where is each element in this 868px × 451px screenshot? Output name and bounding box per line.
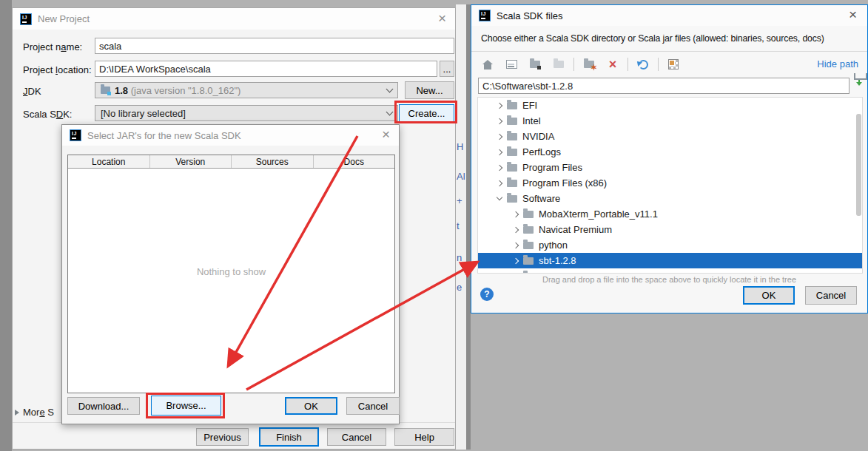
file-tree: EFIIntelNVIDIAPerfLogsProgram FilesProgr… (477, 97, 863, 274)
desktop-directory-button[interactable] (502, 56, 520, 72)
delete-button[interactable]: × (604, 56, 622, 72)
column-header-version[interactable]: Version (150, 155, 232, 168)
close-icon[interactable]: × (438, 10, 446, 27)
triangle-right-icon (15, 410, 19, 416)
tree-item-label: Software (522, 193, 560, 204)
path-input[interactable]: C:\Software\sbt-1.2.8 (478, 78, 850, 94)
download-button[interactable]: Download... (67, 397, 140, 415)
tree-item-partial[interactable] (478, 268, 862, 274)
help-icon[interactable]: ? (480, 288, 494, 301)
folder-icon (523, 273, 534, 274)
folder-icon (507, 102, 517, 109)
browse-button[interactable]: Browse... (151, 396, 221, 416)
scala-sdk-label: Scala SDK: (23, 109, 73, 120)
jar-table-header: Location Version Sources Docs (68, 155, 394, 169)
chevron-right-icon[interactable] (513, 226, 519, 232)
tree-item-software[interactable]: Software (478, 191, 862, 206)
folder-icon (507, 118, 517, 125)
background-text-fragment: H (457, 141, 463, 152)
help-button[interactable]: Help (394, 428, 454, 446)
tree-item-label: sbt-1.2.8 (539, 255, 576, 266)
background-text-fragment: e (457, 282, 462, 293)
hide-path-link[interactable]: Hide path (817, 58, 858, 69)
tree-item-sbt-1.2.8[interactable]: sbt-1.2.8 (478, 253, 862, 268)
tree-item-label: Intel (522, 115, 541, 126)
folder-icon (523, 211, 534, 218)
refresh-icon (639, 60, 648, 69)
folder-icon (507, 149, 517, 156)
jar-table: Location Version Sources Docs Nothing to… (67, 155, 395, 393)
tree-item-nvidia[interactable]: NVIDIA (478, 129, 862, 144)
tree-item-mobaxterm-portable-v11.1[interactable]: MobaXterm_Portable_v11.1 (478, 206, 862, 222)
more-settings-toggle[interactable]: More S (15, 407, 54, 418)
intellij-logo-icon: IJ (70, 129, 81, 141)
new-project-titlebar: IJ New Project × (13, 8, 455, 30)
tree-scrollbar-thumb[interactable] (856, 114, 861, 216)
jdk-label: JDK (23, 86, 41, 97)
tree-item-efi[interactable]: EFI (478, 98, 862, 113)
tree-item-label: EFI (522, 100, 537, 111)
location-browse-button[interactable]: ... (440, 61, 454, 77)
show-hidden-button[interactable] (665, 56, 682, 72)
jdk-new-button[interactable]: New... (405, 81, 454, 99)
chevron-down-icon[interactable] (497, 194, 502, 200)
scala-sdk-combobox[interactable]: [No library selected] (95, 105, 398, 121)
module-folder-icon (554, 61, 564, 68)
cancel-button[interactable]: Cancel (346, 397, 400, 415)
new-folder-button[interactable] (580, 56, 598, 72)
chevron-right-icon[interactable] (497, 118, 502, 123)
delete-icon: × (609, 58, 617, 70)
description-separator (471, 51, 867, 52)
folder-icon (507, 133, 517, 140)
column-header-location[interactable]: Location (68, 155, 150, 168)
ok-button[interactable]: OK (743, 286, 795, 305)
tree-item-label: NVIDIA (522, 131, 554, 142)
drag-drop-hint: Drag and drop a file into the space abov… (471, 275, 867, 284)
project-location-input[interactable]: D:\IDEA WorkSpace\scala (95, 61, 437, 77)
refresh-button[interactable] (634, 56, 652, 72)
chevron-right-icon[interactable] (497, 133, 502, 139)
cancel-button[interactable]: Cancel (327, 428, 386, 446)
background-left-strip (0, 0, 12, 451)
background-text-fragment: t (457, 220, 460, 231)
close-icon[interactable]: × (382, 126, 390, 143)
chevron-right-icon[interactable] (497, 180, 502, 186)
empty-table-message: Nothing to show (68, 266, 394, 277)
chevron-down-icon (386, 85, 394, 92)
toolbar-separator (573, 58, 574, 71)
tree-item-program-files-x86-[interactable]: Program Files (x86) (478, 175, 862, 191)
select-jar-dialog: IJ Select JAR's for the new Scala SDK × … (61, 124, 400, 424)
toolbar-separator (658, 58, 659, 71)
chevron-right-icon[interactable] (513, 257, 519, 263)
column-header-docs[interactable]: Docs (314, 155, 395, 168)
jdk-jar-icon (101, 87, 110, 94)
chevron-right-icon[interactable] (497, 102, 502, 108)
close-icon[interactable]: × (849, 7, 857, 23)
tree-item-perflogs[interactable]: PerfLogs (478, 144, 862, 160)
tree-item-navicat-premium[interactable]: Navicat Premium (478, 222, 862, 237)
home-directory-button[interactable] (479, 56, 497, 72)
project-name-input[interactable]: scala (95, 38, 454, 54)
folder-icon (523, 242, 534, 249)
tree-item-intel[interactable]: Intel (478, 113, 862, 129)
folder-icon (507, 164, 517, 172)
cancel-button[interactable]: Cancel (805, 286, 857, 305)
chevron-right-icon[interactable] (513, 273, 519, 274)
scala-sdk-create-button[interactable]: Create... (399, 104, 454, 122)
new-folder-icon (584, 61, 594, 68)
previous-button[interactable]: Previous (196, 428, 249, 446)
jdk-combobox[interactable]: 1.8 (java version "1.8.0_162") (95, 82, 398, 98)
finish-button[interactable]: Finish (259, 427, 319, 447)
tree-item-python[interactable]: python (478, 237, 862, 253)
tree-item-label: MobaXterm_Portable_v11.1 (539, 208, 658, 220)
chevron-right-icon[interactable] (513, 242, 519, 248)
tree-item-program-files[interactable]: Program Files (478, 160, 862, 175)
chevron-right-icon[interactable] (497, 149, 502, 155)
column-header-sources[interactable]: Sources (232, 155, 314, 168)
chevron-right-icon[interactable] (513, 211, 519, 217)
chevron-right-icon[interactable] (497, 164, 502, 170)
folder-icon (507, 180, 517, 187)
project-directory-button[interactable] (526, 56, 544, 72)
intellij-logo-icon: IJ (479, 10, 491, 21)
ok-button[interactable]: OK (285, 397, 337, 415)
